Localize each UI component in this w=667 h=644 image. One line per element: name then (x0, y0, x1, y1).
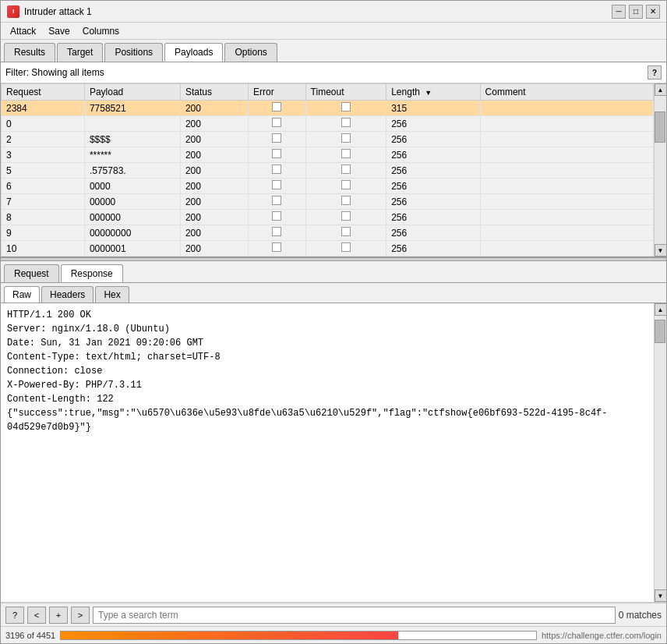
menu-bar: Attack Save Columns (1, 23, 666, 40)
cell-value: 7758521 (84, 101, 180, 116)
inner-tab-raw[interactable]: Raw (4, 286, 40, 303)
scroll-up-button[interactable]: ▲ (655, 83, 667, 96)
cell-value: 256 (386, 179, 480, 194)
help-button[interactable]: ? (648, 65, 662, 80)
error-checkbox[interactable] (272, 149, 281, 158)
table-row[interactable]: 60000200256 (2, 179, 654, 194)
toolbar-help-button[interactable]: ? (5, 607, 24, 624)
error-checkbox[interactable] (272, 180, 281, 189)
content-scroll-track[interactable] (655, 316, 666, 589)
menu-columns[interactable]: Columns (76, 24, 125, 37)
timeout-checkbox[interactable] (341, 180, 351, 189)
error-checkbox[interactable] (272, 133, 281, 143)
col-status[interactable]: Status (180, 84, 248, 101)
filter-text: Filter: Showing all items (5, 67, 104, 78)
toolbar-next-button[interactable]: > (71, 607, 90, 624)
close-button[interactable]: ✕ (646, 5, 660, 19)
error-checkbox[interactable] (272, 227, 281, 236)
cell-value: 8 (2, 210, 85, 225)
timeout-checkbox[interactable] (341, 242, 351, 252)
inner-tabs: Raw Headers Hex (1, 283, 666, 303)
title-bar: I Intruder attack 1 ─ □ ✕ (1, 1, 666, 23)
timeout-checkbox[interactable] (341, 227, 351, 236)
maximize-button[interactable]: □ (629, 5, 643, 19)
inner-tab-headers[interactable]: Headers (41, 286, 94, 303)
table-row[interactable]: 5.575783.200256 (2, 163, 654, 179)
progress-bar (60, 631, 537, 640)
content-scroll-thumb[interactable] (655, 320, 665, 343)
error-checkbox[interactable] (272, 165, 281, 174)
cell-value: 9 (2, 225, 85, 241)
tab-options[interactable]: Options (224, 43, 277, 62)
table-row[interactable]: 3******200256 (2, 147, 654, 163)
response-line: Content-Type: text/html; charset=UTF-8 (7, 350, 648, 364)
timeout-checkbox[interactable] (341, 165, 351, 174)
cell-value (480, 147, 653, 163)
tab-results[interactable]: Results (4, 43, 55, 62)
cell-value: 200 (180, 179, 248, 194)
match-count: 0 matches (619, 610, 662, 621)
tab-positions[interactable]: Positions (104, 43, 163, 62)
toolbar-prev-button[interactable]: < (27, 607, 46, 624)
toolbar-add-button[interactable]: + (49, 607, 68, 624)
col-error[interactable]: Error (249, 84, 306, 101)
scroll-thumb[interactable] (655, 111, 665, 143)
table-row[interactable]: 2$$$$200256 (2, 132, 654, 147)
menu-save[interactable]: Save (42, 24, 76, 37)
timeout-checkbox[interactable] (341, 102, 351, 111)
cell-value: 0 (2, 116, 85, 132)
scroll-down-button[interactable]: ▼ (655, 244, 667, 257)
cell-value: 6 (2, 179, 85, 194)
inner-tab-hex[interactable]: Hex (95, 286, 129, 303)
sub-tab-request[interactable]: Request (4, 264, 59, 282)
content-scrollbar[interactable]: ▲ ▼ (654, 303, 666, 602)
col-payload[interactable]: Payload (84, 84, 180, 101)
search-input[interactable] (93, 607, 616, 624)
table-row[interactable]: 100000001200256 (2, 241, 654, 257)
col-comment[interactable]: Comment (480, 84, 653, 101)
bottom-section: Request Response Raw Headers Hex HTTP/1.… (1, 261, 666, 643)
tab-target[interactable]: Target (57, 43, 103, 62)
timeout-checkbox[interactable] (341, 196, 351, 205)
cell-value: 256 (386, 132, 480, 147)
timeout-checkbox[interactable] (341, 149, 351, 158)
results-table: Request Payload Status Error Timeout Len… (1, 83, 654, 257)
table-scrollbar[interactable]: ▲ ▼ (654, 83, 666, 257)
table-row[interactable]: 700000200256 (2, 194, 654, 210)
sub-tab-response[interactable]: Response (61, 264, 123, 282)
cell-value: 3 (2, 147, 85, 163)
error-checkbox[interactable] (272, 102, 281, 111)
tab-payloads[interactable]: Payloads (164, 43, 223, 62)
cell-value: 00000000 (84, 225, 180, 241)
col-length[interactable]: Length ▼ (386, 84, 480, 101)
col-timeout[interactable]: Timeout (305, 84, 386, 101)
col-request[interactable]: Request (2, 84, 85, 101)
error-checkbox[interactable] (272, 118, 281, 127)
error-checkbox[interactable] (272, 211, 281, 221)
menu-attack[interactable]: Attack (4, 24, 42, 37)
cell-value: 256 (386, 147, 480, 163)
table-row[interactable]: 8000000200256 (2, 210, 654, 225)
scroll-track[interactable] (655, 96, 666, 244)
timeout-checkbox[interactable] (341, 118, 351, 127)
table-wrapper: Request Payload Status Error Timeout Len… (1, 83, 654, 257)
error-checkbox[interactable] (272, 242, 281, 252)
filter-bar: Filter: Showing all items ? (1, 62, 666, 83)
table-row[interactable]: 900000000200256 (2, 225, 654, 241)
minimize-button[interactable]: ─ (612, 5, 626, 19)
content-scroll-down[interactable]: ▼ (655, 589, 667, 602)
cell-value: 200 (180, 147, 248, 163)
title-controls: ─ □ ✕ (612, 5, 660, 19)
timeout-checkbox[interactable] (341, 133, 351, 143)
table-row[interactable]: 23847758521200315 (2, 101, 654, 116)
timeout-checkbox[interactable] (341, 211, 351, 221)
response-line: HTTP/1.1 200 OK (7, 308, 648, 322)
content-scroll-up[interactable]: ▲ (655, 303, 667, 316)
cell-value (480, 241, 653, 257)
main-window: I Intruder attack 1 ─ □ ✕ Attack Save Co… (0, 0, 667, 644)
error-checkbox[interactable] (272, 196, 281, 205)
app-icon: I (7, 5, 19, 18)
cell-value (480, 116, 653, 132)
table-row[interactable]: 0200256 (2, 116, 654, 132)
cell-value: 200 (180, 225, 248, 241)
